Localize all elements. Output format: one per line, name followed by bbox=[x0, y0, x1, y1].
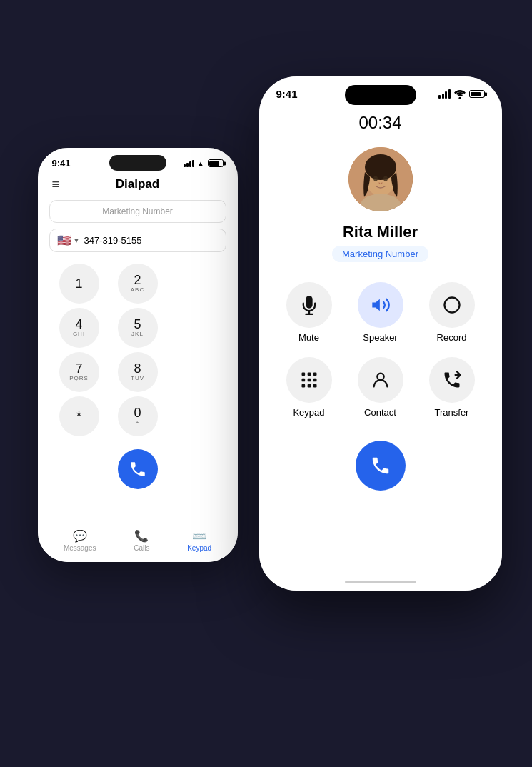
scene: 9:41 ▲ ≡ Dialpad bbox=[16, 34, 516, 733]
phone-end-icon bbox=[370, 455, 391, 476]
call-button-back-container bbox=[38, 442, 238, 496]
marketing-badge: Marketing Number bbox=[332, 246, 428, 262]
speaker-button[interactable]: Speaker bbox=[352, 282, 409, 343]
bottom-nav-back: 💬 Messages 📞 Calls ⌨️ Keypad bbox=[38, 523, 238, 562]
phone-dialpad: 9:41 ▲ ≡ Dialpad bbox=[38, 148, 238, 562]
record-icon bbox=[442, 295, 462, 315]
chevron-down-icon: ▼ bbox=[74, 237, 80, 244]
svg-marker-8 bbox=[372, 299, 380, 311]
dial-key-0[interactable]: 0 + bbox=[118, 396, 158, 436]
end-call-button[interactable] bbox=[356, 441, 406, 491]
transfer-icon bbox=[442, 370, 462, 390]
svg-point-19 bbox=[377, 374, 383, 380]
transfer-label: Transfer bbox=[435, 407, 469, 418]
call-timer: 00:34 bbox=[259, 100, 502, 141]
svg-rect-12 bbox=[313, 373, 316, 376]
svg-point-5 bbox=[383, 176, 388, 181]
contact-icon-wrap bbox=[358, 357, 403, 403]
svg-point-4 bbox=[373, 176, 378, 181]
svg-rect-17 bbox=[307, 384, 311, 388]
nav-keypad[interactable]: ⌨️ Keypad bbox=[187, 529, 211, 552]
svg-point-0 bbox=[458, 96, 461, 98]
svg-rect-10 bbox=[301, 373, 305, 376]
phone-number-input[interactable]: 347-319-5155 bbox=[84, 235, 141, 246]
dial-key-1[interactable]: 1 bbox=[59, 264, 99, 304]
wifi-icon-front bbox=[454, 90, 466, 99]
signal-icon-front bbox=[438, 89, 451, 99]
messages-icon: 💬 bbox=[73, 529, 87, 543]
call-button-back[interactable] bbox=[118, 449, 158, 489]
dial-key-5[interactable]: 5 JKL bbox=[118, 308, 158, 348]
avatar-image bbox=[348, 147, 413, 211]
phone-active-call: 9:41 bbox=[259, 76, 502, 591]
mute-button[interactable]: Mute bbox=[281, 282, 338, 343]
keypad-icon-wrap bbox=[286, 357, 332, 403]
phone-icon-back bbox=[129, 460, 147, 478]
contact-button[interactable]: Contact bbox=[352, 357, 409, 418]
dial-key-star[interactable]: * bbox=[59, 396, 99, 436]
speaker-label: Speaker bbox=[363, 332, 397, 343]
contact-label: Contact bbox=[364, 407, 396, 418]
marketing-badge-container: Marketing Number bbox=[259, 246, 502, 282]
record-button[interactable]: Record bbox=[423, 282, 481, 343]
time-front: 9:41 bbox=[276, 88, 298, 100]
keypad-label: Keypad bbox=[293, 407, 324, 418]
dynamic-island bbox=[345, 85, 416, 105]
number-selector[interactable]: Marketing Number bbox=[49, 200, 226, 223]
contact-avatar bbox=[348, 147, 413, 211]
contact-icon bbox=[371, 370, 391, 390]
dial-key-8[interactable]: 8 TUV bbox=[118, 352, 158, 392]
nav-calls[interactable]: 📞 Calls bbox=[134, 529, 149, 552]
flag-emoji: 🇺🇸 bbox=[57, 234, 71, 247]
wifi-icon-back: ▲ bbox=[197, 159, 205, 168]
dialpad-title: Dialpad bbox=[116, 177, 159, 191]
keypad-button[interactable]: Keypad bbox=[281, 357, 338, 418]
dial-key-2[interactable]: 2 ABC bbox=[118, 264, 158, 304]
svg-rect-16 bbox=[301, 384, 305, 388]
contact-name: Rita Miller bbox=[259, 223, 502, 246]
keypad-icon bbox=[299, 370, 319, 390]
notch-back bbox=[109, 155, 166, 171]
svg-rect-14 bbox=[307, 379, 311, 382]
speaker-icon-wrap bbox=[358, 282, 403, 328]
nav-keypad-label: Keypad bbox=[187, 544, 211, 552]
battery-icon-front bbox=[469, 90, 485, 98]
calls-icon: 📞 bbox=[134, 529, 149, 543]
signal-icon-back bbox=[184, 160, 194, 167]
dialpad-grid: 1 2 ABC 3 DEF 4 GHI 5 JKL bbox=[38, 258, 238, 442]
svg-rect-15 bbox=[313, 379, 316, 382]
action-grid: Mute Speaker bbox=[259, 282, 502, 435]
record-icon-wrap bbox=[429, 282, 475, 328]
dial-key-4[interactable]: 4 GHI bbox=[59, 308, 99, 348]
mute-icon bbox=[299, 295, 319, 315]
flag-selector[interactable]: 🇺🇸 ▼ bbox=[57, 234, 80, 247]
svg-rect-13 bbox=[301, 379, 305, 382]
dialpad-header: ≡ Dialpad bbox=[38, 169, 238, 196]
dial-key-7[interactable]: 7 PQRS bbox=[59, 352, 99, 392]
menu-icon[interactable]: ≡ bbox=[52, 177, 60, 192]
avatar-container bbox=[259, 141, 502, 223]
status-icons-front bbox=[438, 89, 485, 99]
svg-point-3 bbox=[365, 154, 396, 180]
svg-point-9 bbox=[444, 298, 459, 313]
time-back: 9:41 bbox=[52, 158, 71, 169]
nav-messages-label: Messages bbox=[64, 544, 96, 552]
battery-icon-back bbox=[208, 159, 224, 167]
transfer-button[interactable]: Transfer bbox=[423, 357, 481, 418]
keypad-nav-icon: ⌨️ bbox=[192, 529, 206, 543]
end-call-container bbox=[259, 435, 502, 496]
svg-rect-11 bbox=[307, 373, 311, 376]
mute-icon-wrap bbox=[286, 282, 332, 328]
transfer-icon-wrap bbox=[429, 357, 475, 403]
nav-messages[interactable]: 💬 Messages bbox=[64, 529, 96, 552]
mute-label: Mute bbox=[298, 332, 319, 343]
nav-calls-label: Calls bbox=[134, 544, 149, 552]
speaker-icon bbox=[371, 295, 391, 315]
svg-rect-18 bbox=[313, 384, 316, 388]
record-label: Record bbox=[437, 332, 467, 343]
home-indicator bbox=[345, 581, 416, 583]
phone-input-row[interactable]: 🇺🇸 ▼ 347-319-5155 bbox=[49, 229, 226, 252]
status-icons-back: ▲ bbox=[184, 159, 223, 168]
